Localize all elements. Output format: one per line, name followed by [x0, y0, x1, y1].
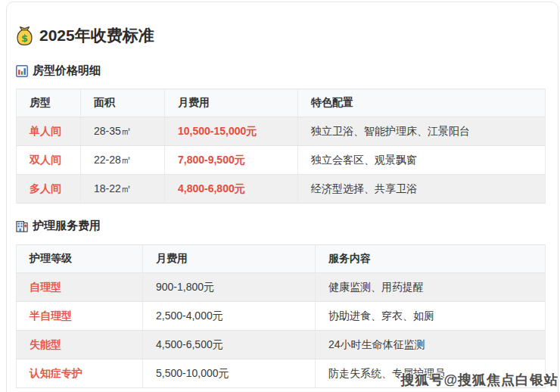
- care-col-header-level: 护理等级: [17, 245, 143, 273]
- hospital-icon: [16, 220, 28, 232]
- room-col-header-features: 特色配置: [298, 89, 546, 117]
- room-features-cell: 独立卫浴、智能护理床、江景阳台: [298, 117, 546, 146]
- room-col-header-type: 房型: [17, 89, 81, 117]
- table-row: 失能型 4,500-6,500元 24小时生命体征监测: [17, 331, 546, 359]
- care-services-cell: 24小时生命体征监测: [316, 331, 546, 359]
- section-title-care: 护理服务费用: [16, 219, 549, 233]
- room-col-header-area: 面积: [81, 89, 165, 117]
- care-fee-cell: 900-1,800元: [143, 273, 316, 302]
- article-card: $ 2025年收费标准 房型价格明细 房型 面积: [6, 2, 558, 392]
- section-title-rooms-text: 房型价格明细: [33, 64, 101, 78]
- section-title-care-text: 护理服务费用: [33, 219, 101, 233]
- room-type-cell: 双人间: [17, 146, 81, 175]
- watermark: 搜狐号@搜狐焦点白银站: [400, 371, 558, 389]
- room-fee-cell: 10,500-15,000元: [165, 117, 298, 146]
- room-type-cell: 单人间: [17, 117, 81, 146]
- room-fee-cell: 4,800-6,800元: [165, 175, 298, 204]
- room-type-cell: 多人间: [17, 175, 81, 204]
- page-title-text: 2025年收费标准: [39, 25, 154, 46]
- table-row: 多人间 18-22㎡ 4,800-6,800元 经济型选择、共享卫浴: [17, 175, 546, 204]
- room-price-table: 房型 面积 月费用 特色配置 单人间 28-35㎡ 10,500-15,000元…: [16, 89, 546, 204]
- money-bag-icon: $: [16, 26, 33, 46]
- room-area-cell: 18-22㎡: [81, 175, 165, 204]
- care-fee-cell: 2,500-4,000元: [143, 302, 316, 331]
- room-table-header-row: 房型 面积 月费用 特色配置: [17, 89, 546, 117]
- care-services-cell: 协助进食、穿衣、如厕: [316, 302, 546, 331]
- care-col-header-services: 服务内容: [316, 245, 546, 273]
- care-table-header-row: 护理等级 月费用 服务内容: [17, 245, 546, 273]
- room-features-cell: 经济型选择、共享卫浴: [298, 175, 546, 204]
- room-fee-cell: 7,800-9,500元: [165, 146, 298, 175]
- care-level-cell: 半自理型: [17, 302, 143, 331]
- table-row: 半自理型 2,500-4,000元 协助进食、穿衣、如厕: [17, 302, 546, 331]
- care-services-cell: 健康监测、用药提醒: [316, 273, 546, 302]
- table-row: 自理型 900-1,800元 健康监测、用药提醒: [17, 273, 546, 302]
- care-fee-table: 护理等级 月费用 服务内容 自理型 900-1,800元 健康监测、用药提醒 半…: [16, 244, 546, 388]
- table-row: 双人间 22-28㎡ 7,800-9,500元 独立会客区、观景飘窗: [17, 146, 546, 175]
- table-row: 单人间 28-35㎡ 10,500-15,000元 独立卫浴、智能护理床、江景阳…: [17, 117, 546, 146]
- article-content: $ 2025年收费标准 房型价格明细 房型 面积: [7, 25, 558, 388]
- care-level-cell: 认知症专护: [17, 359, 143, 388]
- room-area-cell: 28-35㎡: [81, 117, 165, 146]
- care-fee-cell: 5,500-10,000元: [143, 359, 316, 388]
- room-features-cell: 独立会客区、观景飘窗: [298, 146, 546, 175]
- care-level-cell: 失能型: [17, 331, 143, 359]
- care-level-cell: 自理型: [17, 273, 143, 302]
- room-col-header-fee: 月费用: [165, 89, 298, 117]
- page-title: $ 2025年收费标准: [16, 25, 549, 46]
- section-title-rooms: 房型价格明细: [16, 64, 549, 78]
- svg-text:$: $: [21, 32, 28, 43]
- care-col-header-fee: 月费用: [143, 245, 316, 273]
- care-fee-cell: 4,500-6,500元: [143, 331, 316, 359]
- room-area-cell: 22-28㎡: [81, 146, 165, 175]
- bar-chart-icon: [16, 65, 28, 77]
